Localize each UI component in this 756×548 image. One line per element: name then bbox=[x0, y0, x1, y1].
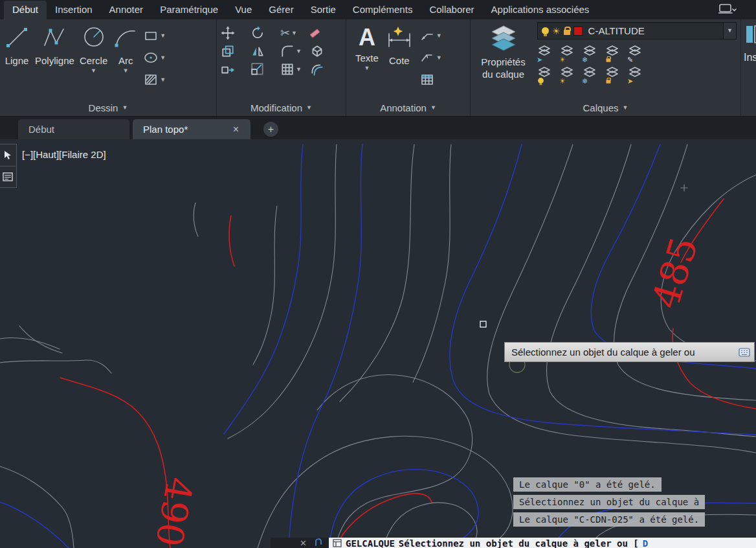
line-button[interactable]: Ligne bbox=[4, 22, 30, 99]
hatch-tool[interactable]: ▼ bbox=[144, 69, 166, 91]
ribbon-tab-sortie[interactable]: Sortie bbox=[302, 1, 344, 19]
ribbon-tab-annoter[interactable]: Annoter bbox=[101, 1, 152, 19]
command-name: GELCALQUE bbox=[346, 538, 395, 548]
properties-palette-button[interactable] bbox=[0, 166, 16, 187]
ribbon-tab-collaborer[interactable]: Collaborer bbox=[421, 1, 482, 19]
command-bar-tools: ✕ bbox=[271, 538, 329, 548]
dimension-button[interactable]: Cote bbox=[385, 22, 414, 99]
layer-unlock-tool[interactable] bbox=[605, 66, 622, 83]
layer-lock-icon[interactable] bbox=[564, 30, 570, 35]
move-icon bbox=[221, 26, 235, 40]
sun-icon: ☀ bbox=[559, 56, 566, 63]
layer-properties-button[interactable]: Propriétés du calque bbox=[476, 22, 531, 99]
ribbon-tab-parametrique[interactable]: Paramétrique bbox=[151, 1, 227, 19]
offset-tool[interactable] bbox=[310, 62, 335, 76]
close-tab-icon[interactable]: × bbox=[232, 124, 240, 135]
move-tool[interactable] bbox=[221, 26, 245, 40]
arrow-icon: ➤ bbox=[537, 56, 542, 63]
text-button[interactable]: A Texte ▼ bbox=[355, 22, 379, 99]
panel-label-modification[interactable]: Modification▼ bbox=[217, 99, 346, 116]
layer-thaw-tool[interactable]: ❄ bbox=[583, 66, 599, 83]
line-label: Ligne bbox=[5, 55, 29, 66]
stretch-tool[interactable] bbox=[221, 62, 245, 76]
command-prompt: Sélectionnez un objet du calque à geler … bbox=[399, 538, 639, 548]
extrude-tool[interactable] bbox=[310, 44, 335, 58]
new-tab-button[interactable]: + bbox=[263, 122, 278, 137]
layer-unisolate-tool[interactable]: ☀ bbox=[560, 66, 577, 83]
viewport-controls[interactable]: [−][Haut][Filaire 2D] bbox=[22, 149, 106, 160]
eraser-icon bbox=[309, 29, 320, 38]
keyboard-icon[interactable] bbox=[739, 348, 750, 357]
fillet-tool[interactable]: ▼ bbox=[280, 44, 305, 58]
chevron-down-icon[interactable]: ▼ bbox=[91, 68, 96, 74]
quick-select-button[interactable] bbox=[0, 144, 16, 166]
mirror-tool[interactable] bbox=[250, 44, 275, 58]
ribbon-tab-gerer[interactable]: Gérer bbox=[260, 1, 302, 19]
leader-tool[interactable]: ▼ bbox=[420, 25, 442, 47]
chevron-down-icon[interactable]: ▼ bbox=[296, 67, 302, 73]
panel-label-calques[interactable]: Calques▼ bbox=[471, 99, 740, 116]
command-line[interactable]: GELCALQUE Sélectionnez un objet du calqu… bbox=[329, 538, 756, 548]
connectivity-icon[interactable] bbox=[718, 3, 737, 15]
ribbon-tab-complements[interactable]: Compléments bbox=[344, 1, 421, 19]
layer-walk-tool[interactable]: ➤ bbox=[628, 66, 645, 83]
panel-label-dessin[interactable]: Dessin▼ bbox=[0, 99, 216, 116]
chevron-down-icon[interactable]: ▼ bbox=[160, 33, 166, 39]
layer-states-tool[interactable]: ✎ bbox=[628, 45, 645, 62]
layer-color-chip[interactable] bbox=[573, 27, 583, 36]
panel-label-annotation[interactable]: Annotation▼ bbox=[346, 99, 470, 116]
command-option[interactable]: D bbox=[643, 538, 648, 548]
copy-icon bbox=[221, 44, 235, 58]
ribbon-tab-insertion[interactable]: Insertion bbox=[47, 1, 101, 19]
layer-off-tool[interactable] bbox=[537, 66, 554, 83]
layer-isolate-tool[interactable]: ☀ bbox=[560, 45, 577, 62]
insert-icon[interactable] bbox=[744, 22, 756, 48]
chevron-down-icon[interactable]: ▼ bbox=[291, 30, 297, 36]
table-tool[interactable] bbox=[420, 69, 442, 91]
circle-button[interactable]: Cercle ▼ bbox=[80, 22, 107, 99]
table-icon bbox=[420, 73, 434, 86]
rotate-tool[interactable] bbox=[250, 26, 275, 40]
copy-tool[interactable] bbox=[221, 44, 245, 58]
ribbon-tab-applications[interactable]: Applications associées bbox=[483, 1, 598, 19]
chevron-down-icon[interactable]: ▼ bbox=[160, 77, 166, 83]
chevron-down-icon[interactable]: ▼ bbox=[296, 49, 302, 54]
rectangle-tool[interactable]: ▼ bbox=[144, 25, 166, 47]
arc-button[interactable]: Arc ▼ bbox=[113, 22, 139, 99]
dimension-label: Cote bbox=[389, 55, 410, 66]
layer-freeze-tool[interactable]: ❄ bbox=[583, 45, 599, 62]
chevron-down-icon[interactable]: ▼ bbox=[123, 68, 129, 74]
ellipse-tool[interactable]: ▼ bbox=[144, 47, 166, 69]
close-icon[interactable]: ✕ bbox=[300, 538, 307, 548]
layer-lock-tool[interactable] bbox=[605, 45, 622, 62]
pin-icon[interactable] bbox=[315, 538, 322, 547]
ribbon-tab-debut[interactable]: Début bbox=[4, 1, 47, 19]
layer-selector-caret[interactable]: ▼ bbox=[723, 23, 736, 39]
chevron-down-icon[interactable]: ▼ bbox=[436, 55, 442, 61]
trim-tool[interactable]: ✂ ▼ bbox=[280, 27, 305, 39]
array-icon bbox=[280, 62, 295, 76]
stretch-icon bbox=[221, 62, 235, 76]
file-tab-start[interactable]: Début bbox=[18, 119, 129, 139]
layer-on-icon[interactable] bbox=[542, 27, 549, 34]
chevron-down-icon[interactable]: ▼ bbox=[160, 55, 166, 61]
file-tab-plan-topo[interactable]: Plan topo* × bbox=[133, 119, 250, 139]
chevron-down-icon[interactable]: ▼ bbox=[436, 33, 442, 39]
layer-thaw-icon[interactable]: ☀ bbox=[552, 26, 561, 36]
autocad-window: Début Insertion Annoter Paramétrique Vue… bbox=[0, 0, 756, 548]
ribbon-tab-vue[interactable]: Vue bbox=[227, 1, 260, 19]
array-tool[interactable]: ▼ bbox=[280, 62, 305, 76]
erase-tool[interactable] bbox=[310, 31, 335, 36]
polyline-button[interactable]: Polyligne bbox=[35, 22, 74, 99]
customize-icon[interactable] bbox=[333, 539, 342, 547]
sun-icon: ☀ bbox=[559, 78, 566, 85]
multileader-tool[interactable]: ▼ bbox=[420, 47, 442, 69]
ribbon: Ligne Polyligne bbox=[0, 19, 756, 117]
scale-tool[interactable] bbox=[250, 62, 275, 76]
chevron-down-icon[interactable]: ▼ bbox=[364, 65, 370, 71]
snowflake-icon: ❄ bbox=[582, 78, 588, 85]
layer-selector[interactable]: ☀ C-ALTITUDE ▼ bbox=[537, 22, 737, 40]
panel-annotation: A Texte ▼ Cote bbox=[346, 19, 471, 116]
lock-icon bbox=[606, 58, 611, 62]
layer-match-tool[interactable]: ➤ bbox=[537, 45, 554, 62]
